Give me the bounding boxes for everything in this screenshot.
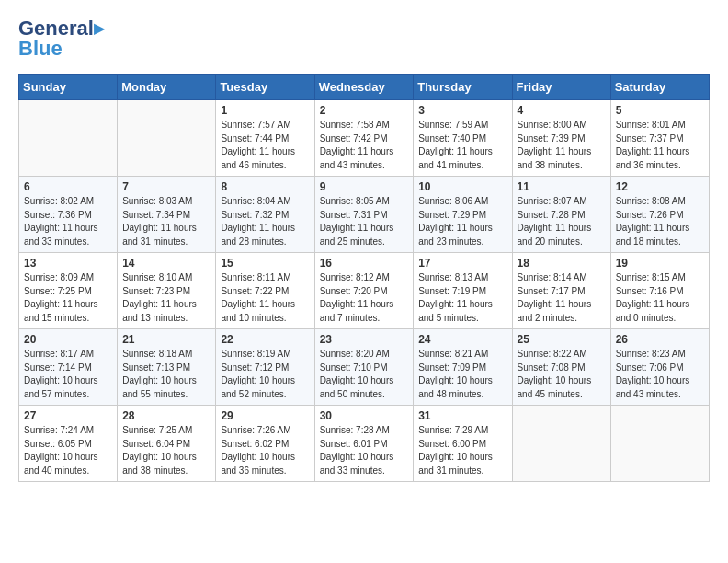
day-number: 27 bbox=[24, 409, 112, 422]
sunrise-text: Sunrise: 8:03 AM bbox=[122, 196, 192, 206]
day-number: 30 bbox=[320, 409, 409, 422]
daylight-text: Daylight: 11 hours and 7 minutes. bbox=[320, 299, 394, 323]
sunset-text: Sunset: 7:10 PM bbox=[320, 362, 388, 373]
day-header-monday: Monday bbox=[118, 75, 216, 100]
calendar-cell: 29Sunrise: 7:26 AMSunset: 6:02 PMDayligh… bbox=[216, 406, 314, 482]
daylight-text: Daylight: 11 hours and 43 minutes. bbox=[320, 146, 394, 170]
daylight-text: Daylight: 11 hours and 25 minutes. bbox=[320, 223, 394, 247]
calendar-cell: 9Sunrise: 8:05 AMSunset: 7:31 PMDaylight… bbox=[314, 177, 414, 253]
calendar-cell: 13Sunrise: 8:09 AMSunset: 7:25 PMDayligh… bbox=[19, 253, 118, 329]
day-info: Sunrise: 8:14 AMSunset: 7:17 PMDaylight:… bbox=[518, 271, 606, 325]
day-number: 15 bbox=[221, 257, 309, 270]
day-info: Sunrise: 8:12 AMSunset: 7:20 PMDaylight:… bbox=[320, 271, 409, 325]
daylight-text: Daylight: 10 hours and 55 minutes. bbox=[122, 375, 197, 399]
sunset-text: Sunset: 7:25 PM bbox=[24, 286, 92, 296]
calendar-cell: 20Sunrise: 8:17 AMSunset: 7:14 PMDayligh… bbox=[19, 329, 118, 406]
daylight-text: Daylight: 11 hours and 41 minutes. bbox=[418, 146, 493, 170]
day-number: 31 bbox=[418, 409, 506, 422]
daylight-text: Daylight: 11 hours and 31 minutes. bbox=[122, 223, 197, 247]
sunrise-text: Sunrise: 8:01 AM bbox=[616, 120, 686, 130]
day-info: Sunrise: 8:11 AMSunset: 7:22 PMDaylight:… bbox=[221, 271, 309, 325]
daylight-text: Daylight: 10 hours and 31 minutes. bbox=[418, 452, 493, 476]
day-header-tuesday: Tuesday bbox=[216, 75, 314, 100]
day-number: 21 bbox=[122, 333, 210, 346]
sunset-text: Sunset: 7:14 PM bbox=[24, 362, 92, 373]
day-info: Sunrise: 8:06 AMSunset: 7:29 PMDaylight:… bbox=[418, 195, 506, 248]
day-number: 4 bbox=[518, 104, 606, 117]
calendar-cell: 16Sunrise: 8:12 AMSunset: 7:20 PMDayligh… bbox=[314, 253, 414, 329]
day-info: Sunrise: 8:21 AMSunset: 7:09 PMDaylight:… bbox=[418, 348, 506, 401]
sunset-text: Sunset: 7:13 PM bbox=[122, 362, 190, 373]
day-header-saturday: Saturday bbox=[610, 75, 709, 100]
day-number: 14 bbox=[122, 257, 210, 270]
sunrise-text: Sunrise: 7:28 AM bbox=[320, 425, 390, 435]
sunrise-text: Sunrise: 8:10 AM bbox=[122, 272, 192, 282]
sunset-text: Sunset: 7:22 PM bbox=[221, 286, 289, 296]
sunset-text: Sunset: 7:37 PM bbox=[616, 133, 684, 144]
sunrise-text: Sunrise: 8:18 AM bbox=[122, 349, 192, 359]
day-info: Sunrise: 8:07 AMSunset: 7:28 PMDaylight:… bbox=[518, 195, 606, 248]
daylight-text: Daylight: 10 hours and 33 minutes. bbox=[320, 452, 394, 476]
day-info: Sunrise: 7:24 AMSunset: 6:05 PMDaylight:… bbox=[24, 424, 112, 477]
calendar-week-row: 13Sunrise: 8:09 AMSunset: 7:25 PMDayligh… bbox=[19, 253, 710, 329]
day-number: 26 bbox=[616, 333, 704, 346]
sunset-text: Sunset: 7:26 PM bbox=[616, 210, 684, 220]
day-number: 1 bbox=[221, 104, 309, 117]
daylight-text: Daylight: 10 hours and 45 minutes. bbox=[518, 375, 592, 399]
daylight-text: Daylight: 11 hours and 28 minutes. bbox=[221, 223, 295, 247]
calendar-cell: 24Sunrise: 8:21 AMSunset: 7:09 PMDayligh… bbox=[414, 329, 512, 406]
calendar-header-row: SundayMondayTuesdayWednesdayThursdayFrid… bbox=[19, 75, 710, 100]
sunrise-text: Sunrise: 7:29 AM bbox=[418, 425, 488, 435]
calendar-cell: 8Sunrise: 8:04 AMSunset: 7:32 PMDaylight… bbox=[216, 177, 314, 253]
calendar-cell: 15Sunrise: 8:11 AMSunset: 7:22 PMDayligh… bbox=[216, 253, 314, 329]
daylight-text: Daylight: 10 hours and 52 minutes. bbox=[221, 375, 295, 399]
calendar-cell: 18Sunrise: 8:14 AMSunset: 7:17 PMDayligh… bbox=[512, 253, 610, 329]
sunset-text: Sunset: 7:17 PM bbox=[518, 286, 586, 296]
day-number: 2 bbox=[320, 104, 409, 117]
sunrise-text: Sunrise: 8:20 AM bbox=[320, 349, 390, 359]
daylight-text: Daylight: 11 hours and 23 minutes. bbox=[418, 223, 493, 247]
day-number: 13 bbox=[24, 257, 112, 270]
day-header-sunday: Sunday bbox=[19, 75, 118, 100]
daylight-text: Daylight: 10 hours and 57 minutes. bbox=[24, 375, 98, 399]
sunset-text: Sunset: 7:34 PM bbox=[122, 210, 190, 220]
sunrise-text: Sunrise: 8:15 AM bbox=[616, 272, 686, 282]
calendar-week-row: 1Sunrise: 7:57 AMSunset: 7:44 PMDaylight… bbox=[19, 100, 710, 177]
sunset-text: Sunset: 7:44 PM bbox=[221, 133, 289, 144]
day-info: Sunrise: 7:57 AMSunset: 7:44 PMDaylight:… bbox=[221, 119, 309, 172]
calendar-cell: 12Sunrise: 8:08 AMSunset: 7:26 PMDayligh… bbox=[610, 177, 709, 253]
logo: General▸Blue bbox=[18, 18, 104, 59]
sunset-text: Sunset: 7:36 PM bbox=[24, 210, 92, 220]
daylight-text: Daylight: 10 hours and 48 minutes. bbox=[418, 375, 493, 399]
sunset-text: Sunset: 7:32 PM bbox=[221, 210, 289, 220]
day-number: 24 bbox=[418, 333, 506, 346]
sunset-text: Sunset: 7:12 PM bbox=[221, 362, 289, 373]
sunset-text: Sunset: 7:09 PM bbox=[418, 362, 486, 373]
calendar-cell: 19Sunrise: 8:15 AMSunset: 7:16 PMDayligh… bbox=[610, 253, 709, 329]
day-number: 29 bbox=[221, 409, 309, 422]
sunset-text: Sunset: 7:06 PM bbox=[616, 362, 684, 373]
day-number: 23 bbox=[320, 333, 409, 346]
logo-blue-text: Blue bbox=[18, 37, 63, 60]
day-info: Sunrise: 8:00 AMSunset: 7:39 PMDaylight:… bbox=[518, 119, 606, 172]
sunset-text: Sunset: 7:08 PM bbox=[518, 362, 586, 373]
day-number: 16 bbox=[320, 257, 409, 270]
sunrise-text: Sunrise: 8:11 AM bbox=[221, 272, 290, 282]
page-header: General▸Blue bbox=[18, 18, 710, 59]
day-number: 6 bbox=[24, 180, 112, 193]
daylight-text: Daylight: 10 hours and 40 minutes. bbox=[24, 452, 98, 476]
sunrise-text: Sunrise: 7:26 AM bbox=[221, 425, 290, 435]
calendar-cell: 25Sunrise: 8:22 AMSunset: 7:08 PMDayligh… bbox=[512, 329, 610, 406]
sunrise-text: Sunrise: 8:12 AM bbox=[320, 272, 390, 282]
day-number: 20 bbox=[24, 333, 112, 346]
sunrise-text: Sunrise: 8:09 AM bbox=[24, 272, 94, 282]
day-number: 11 bbox=[518, 180, 606, 193]
sunset-text: Sunset: 7:28 PM bbox=[518, 210, 586, 220]
calendar-cell: 10Sunrise: 8:06 AMSunset: 7:29 PMDayligh… bbox=[414, 177, 512, 253]
calendar-cell: 21Sunrise: 8:18 AMSunset: 7:13 PMDayligh… bbox=[118, 329, 216, 406]
day-header-wednesday: Wednesday bbox=[314, 75, 414, 100]
sunrise-text: Sunrise: 7:58 AM bbox=[320, 120, 390, 130]
day-number: 25 bbox=[518, 333, 606, 346]
sunset-text: Sunset: 6:00 PM bbox=[418, 439, 486, 449]
day-number: 17 bbox=[418, 257, 506, 270]
